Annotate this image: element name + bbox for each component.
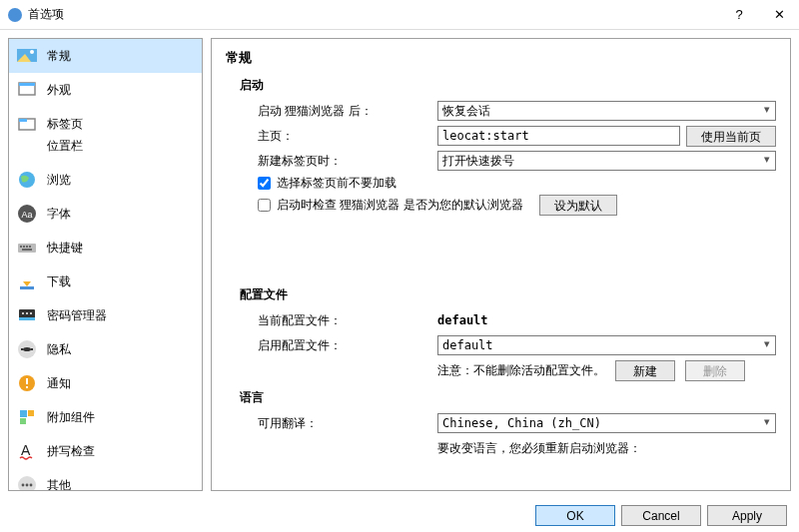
sidebar-item-other[interactable]: 其他	[9, 468, 202, 491]
dialog-footer: OK Cancel Apply	[0, 499, 799, 532]
sidebar-item-appearance[interactable]: 外观	[9, 73, 202, 107]
sidebar: 常规 外观 标签页 位置栏 浏览 Aa 字体 快捷键 下载	[8, 38, 203, 491]
svg-rect-19	[19, 317, 35, 320]
page-heading: 常规	[226, 49, 776, 67]
noload-checkbox[interactable]	[258, 177, 271, 190]
close-button[interactable]: ✕	[759, 0, 799, 30]
enable-profile-select[interactable]: default	[437, 335, 776, 355]
sidebar-item-privacy[interactable]: 隐私	[9, 332, 202, 366]
sidebar-item-tabs[interactable]: 标签页	[9, 107, 202, 136]
current-profile-label: 当前配置文件：	[258, 312, 437, 329]
font-icon: Aa	[17, 204, 37, 224]
on-start-select[interactable]: 恢复会话	[437, 101, 776, 121]
help-button[interactable]: ?	[719, 0, 759, 30]
privacy-icon	[17, 339, 37, 359]
svg-rect-31	[20, 418, 26, 424]
restart-note: 要改变语言，您必须重新启动浏览器：	[437, 440, 641, 457]
more-icon	[17, 475, 37, 491]
svg-point-34	[22, 484, 25, 487]
sidebar-item-label: 下载	[47, 273, 71, 290]
sidebar-item-addons[interactable]: 附加组件	[9, 400, 202, 434]
svg-point-33	[18, 476, 36, 491]
on-start-label: 启动 狸猫浏览器 后：	[258, 103, 437, 120]
svg-rect-24	[21, 348, 23, 350]
sidebar-item-locationbar[interactable]: 位置栏	[9, 136, 202, 163]
alert-icon	[17, 373, 37, 393]
svg-rect-14	[29, 246, 31, 248]
svg-text:Aa: Aa	[21, 210, 32, 220]
svg-point-21	[26, 312, 28, 314]
svg-point-20	[22, 312, 24, 314]
sidebar-item-label: 隐私	[47, 341, 71, 358]
svg-point-36	[30, 484, 33, 487]
keyboard-icon	[17, 238, 37, 258]
current-profile-value: default	[437, 313, 488, 327]
delete-profile-button[interactable]: 删除	[685, 360, 745, 381]
addon-icon	[17, 407, 37, 427]
ok-button[interactable]: OK	[535, 505, 615, 526]
set-default-button[interactable]: 设为默认	[539, 195, 617, 216]
tabs-icon	[17, 114, 37, 134]
sidebar-item-downloads[interactable]: 下载	[9, 265, 202, 298]
svg-point-35	[26, 484, 29, 487]
window-title: 首选项	[28, 6, 719, 23]
sidebar-item-browsing[interactable]: 浏览	[9, 163, 202, 197]
sidebar-item-passwords[interactable]: 密码管理器	[9, 298, 202, 332]
content-panel: 常规 启动 启动 狸猫浏览器 后： 恢复会话 主页： 使用当前页 新建标签页时：…	[211, 38, 791, 491]
svg-rect-28	[26, 386, 28, 388]
svg-marker-16	[23, 273, 31, 286]
default-check-label: 启动时检查 狸猫浏览器 是否为您的默认浏览器	[277, 197, 523, 214]
download-icon	[17, 271, 37, 291]
svg-rect-11	[20, 246, 22, 248]
sidebar-item-label: 其他	[47, 477, 71, 492]
appearance-icon	[17, 80, 37, 100]
group-profiles: 配置文件	[240, 286, 776, 303]
svg-rect-13	[26, 246, 28, 248]
sidebar-item-label: 字体	[47, 206, 71, 223]
sidebar-item-general[interactable]: 常规	[9, 39, 202, 73]
homepage-label: 主页：	[258, 128, 437, 145]
password-icon	[17, 305, 37, 325]
sidebar-item-label: 外观	[47, 82, 71, 99]
use-current-button[interactable]: 使用当前页	[686, 126, 776, 147]
homepage-input[interactable]	[437, 126, 680, 146]
newtab-select[interactable]: 打开快速拨号	[437, 151, 776, 171]
svg-rect-6	[19, 119, 27, 122]
globe-icon	[17, 170, 37, 190]
sidebar-item-label: 密码管理器	[47, 307, 107, 324]
sidebar-item-label: 快捷键	[47, 240, 83, 257]
svg-rect-27	[26, 378, 28, 384]
language-select[interactable]: Chinese, China (zh_CN)	[437, 413, 776, 433]
new-profile-button[interactable]: 新建	[615, 360, 675, 381]
app-icon	[8, 8, 22, 22]
noload-label: 选择标签页前不要加载	[277, 175, 397, 192]
sidebar-item-notifications[interactable]: 通知	[9, 366, 202, 400]
group-startup: 启动	[240, 77, 776, 94]
svg-text:A: A	[21, 442, 31, 458]
svg-rect-15	[22, 249, 32, 251]
default-check-checkbox[interactable]	[258, 199, 271, 212]
general-icon	[17, 46, 37, 66]
apply-button[interactable]: Apply	[707, 505, 787, 526]
svg-point-22	[30, 312, 32, 314]
newtab-label: 新建标签页时：	[258, 153, 437, 170]
enable-profile-label: 启用配置文件：	[258, 337, 437, 354]
sidebar-item-spellcheck[interactable]: A 拼写检查	[9, 434, 202, 468]
sidebar-item-fonts[interactable]: Aa 字体	[9, 197, 202, 231]
sidebar-item-label: 常规	[47, 48, 71, 65]
sidebar-item-label: 拼写检查	[47, 443, 95, 460]
svg-point-2	[30, 50, 34, 54]
cancel-button[interactable]: Cancel	[621, 505, 701, 526]
svg-rect-30	[28, 410, 34, 416]
sidebar-item-label: 标签页	[47, 116, 83, 133]
svg-rect-17	[20, 286, 34, 289]
blank-icon	[17, 136, 37, 156]
sidebar-item-label: 位置栏	[47, 138, 83, 155]
profile-note: 注意：不能删除活动配置文件。	[437, 362, 605, 379]
sidebar-item-label: 通知	[47, 375, 71, 392]
sidebar-item-label: 附加组件	[47, 409, 95, 426]
sidebar-item-shortcuts[interactable]: 快捷键	[9, 231, 202, 265]
svg-rect-12	[23, 246, 25, 248]
svg-rect-10	[18, 244, 36, 253]
spellcheck-icon: A	[17, 441, 37, 461]
